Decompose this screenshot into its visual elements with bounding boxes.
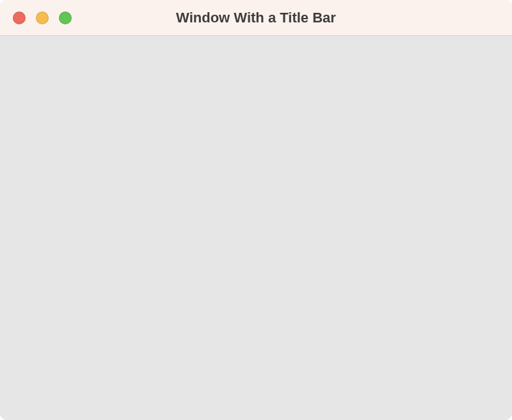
window-title: Window With a Title Bar: [176, 10, 336, 26]
close-button[interactable]: [13, 12, 26, 24]
traffic-lights: [0, 12, 72, 24]
maximize-button[interactable]: [59, 12, 72, 24]
window-content: [0, 36, 512, 420]
minimize-button[interactable]: [36, 12, 49, 24]
window: Window With a Title Bar: [0, 0, 512, 420]
titlebar[interactable]: Window With a Title Bar: [0, 0, 512, 36]
